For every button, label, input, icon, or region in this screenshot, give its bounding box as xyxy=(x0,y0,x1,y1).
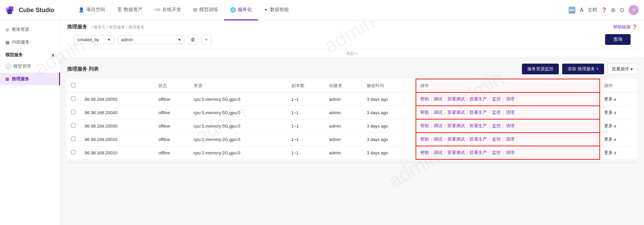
query-button[interactable]: 查询 xyxy=(605,34,631,45)
action-部署测试[interactable]: 部署测试 xyxy=(447,150,465,155)
action-部署测试[interactable]: 部署测试 xyxy=(447,123,465,128)
batch-button[interactable]: 批量操作 ▾ xyxy=(607,63,637,75)
action-调试[interactable]: 调试 xyxy=(434,150,442,155)
action-调试[interactable]: 调试 xyxy=(434,110,442,115)
table-row: .96.98.168:20020offlinecpu:2,memory:2G,g… xyxy=(67,133,637,146)
page-title: 推理服务 xyxy=(67,24,87,30)
action-部署生产[interactable]: 部署生产 xyxy=(470,123,487,128)
action-部署生产[interactable]: 部署生产 xyxy=(470,96,487,101)
page-title-row: 推理服务 / 服务化 / 模型服务 / 推理服务 帮助链接 ❓ xyxy=(67,24,637,30)
sidebar-section-model-service[interactable]: 模型服务 ∧ xyxy=(0,49,60,60)
more-button-2[interactable]: 更多∨ xyxy=(604,123,634,129)
clear-filter-btn[interactable]: 🗑 xyxy=(188,34,198,45)
action-清理[interactable]: 清理 xyxy=(506,110,515,115)
online-dev-icon: </> xyxy=(155,7,160,12)
action-帮助[interactable]: 帮助 xyxy=(420,150,429,155)
action-separator: | xyxy=(443,96,447,101)
sidebar-item-overall-resources[interactable]: ◎ 整体资源 xyxy=(0,23,60,36)
user-initial[interactable]: A xyxy=(580,7,584,14)
action-清理[interactable]: 清理 xyxy=(506,150,515,155)
action-separator: | xyxy=(466,137,469,142)
row-status: offline xyxy=(154,106,189,119)
more-button-4[interactable]: 更多∨ xyxy=(604,150,634,156)
action-调试[interactable]: 调试 xyxy=(434,123,442,128)
main-content: 推理服务 / 服务化 / 模型服务 / 推理服务 帮助链接 ❓ created_… xyxy=(60,20,644,225)
nav-item-project[interactable]: 👤 项目空间 xyxy=(72,0,111,20)
table-header-row: 推理服务 列表 服务资源监控 添加 推理服务 + 批量操作 ▾ xyxy=(67,63,637,75)
settings-icon[interactable]: ⚙ xyxy=(611,7,615,13)
row-resource: cpu:5,memory:5G,gpu:0 xyxy=(190,106,287,119)
sidebar-item-internal-service[interactable]: ▦ 内部服务 xyxy=(0,36,60,49)
avatar[interactable]: A xyxy=(629,5,639,15)
row-replicas: 1~1 xyxy=(287,106,325,119)
action-部署生产[interactable]: 部署生产 xyxy=(470,150,487,155)
nav-item-online-dev[interactable]: </> 在线开发 xyxy=(149,0,187,20)
row-more[interactable]: 更多∨ xyxy=(600,119,638,133)
sidebar-item-inference-service[interactable]: ⊞ 推理服务 xyxy=(0,73,60,85)
action-监控[interactable]: 监控 xyxy=(492,96,501,101)
row-checkbox-1[interactable] xyxy=(71,110,75,114)
action-清理[interactable]: 清理 xyxy=(506,123,515,128)
action-部署测试[interactable]: 部署测试 xyxy=(447,110,465,115)
more-button-0[interactable]: 更多∨ xyxy=(604,96,634,102)
action-部署测试[interactable]: 部署测试 xyxy=(447,96,465,101)
add-button[interactable]: 添加 推理服务 + xyxy=(562,64,604,74)
horizontal-scrollbar[interactable] xyxy=(67,161,637,164)
row-more[interactable]: 更多∨ xyxy=(600,92,638,106)
action-帮助[interactable]: 帮助 xyxy=(420,96,429,101)
row-more[interactable]: 更多∨ xyxy=(600,146,638,159)
action-监控[interactable]: 监控 xyxy=(492,137,501,142)
more-button-3[interactable]: 更多∨ xyxy=(604,136,634,142)
monitor-button[interactable]: 服务资源监控 xyxy=(522,64,559,74)
action-部署生产[interactable]: 部署生产 xyxy=(470,110,487,115)
table-scroll-area: 状态 资源 副本数 创建者 修改时间 操作 操作 .96.98.168:2005… xyxy=(67,79,637,164)
nav-item-data-intelligence[interactable]: ✦ 数据智能 xyxy=(258,0,295,20)
trash-icon: 🗑 xyxy=(191,37,195,42)
action-帮助[interactable]: 帮助 xyxy=(420,137,429,142)
action-调试[interactable]: 调试 xyxy=(434,137,442,142)
logo-icon xyxy=(5,5,16,15)
filter-field-select[interactable]: created_by ▾ xyxy=(74,35,114,44)
action-监控[interactable]: 监控 xyxy=(492,110,501,115)
chevron-up-icon: ∧ xyxy=(51,53,55,58)
select-all-checkbox[interactable] xyxy=(71,83,75,87)
logo[interactable]: Cube Studio xyxy=(5,5,72,15)
sidebar-item-model-manage[interactable]: i 模型管理 xyxy=(0,60,60,73)
row-more[interactable]: 更多∨ xyxy=(600,133,638,146)
translate-btn[interactable]: 🔤 xyxy=(568,6,576,14)
add-filter-btn[interactable]: + xyxy=(201,34,211,45)
action-清理[interactable]: 清理 xyxy=(506,96,515,101)
action-监控[interactable]: 监控 xyxy=(492,150,501,155)
header-checkbox[interactable] xyxy=(67,79,79,92)
action-帮助[interactable]: 帮助 xyxy=(420,110,429,115)
row-checkbox-2[interactable] xyxy=(71,123,75,128)
filter-value-input[interactable]: admin ▾ xyxy=(117,35,184,44)
more-button-1[interactable]: 更多∨ xyxy=(604,109,634,116)
row-replicas: 1~1 xyxy=(287,119,325,133)
row-name: .96.98.168:20010 xyxy=(79,146,154,159)
chevron-down-icon: ∨ xyxy=(613,150,617,155)
row-checkbox-3[interactable] xyxy=(71,137,75,141)
row-more[interactable]: 更多∨ xyxy=(600,106,638,119)
row-checkbox-0[interactable] xyxy=(71,96,75,101)
row-modified: 3 days ago xyxy=(363,92,416,106)
action-部署生产[interactable]: 部署生产 xyxy=(470,137,487,142)
nav-item-model-train[interactable]: ⊞ 模型训练 xyxy=(187,0,224,20)
action-separator: | xyxy=(501,110,505,115)
nav-item-data-assets[interactable]: 🗄 数据资产 xyxy=(111,0,149,20)
help-link[interactable]: 帮助链接 ❓ xyxy=(613,24,637,30)
collapse-bar[interactable]: 收起∧ xyxy=(67,49,637,58)
action-部署测试[interactable]: 部署测试 xyxy=(447,137,465,142)
row-checkbox-4[interactable] xyxy=(71,150,75,154)
help-icon[interactable]: ❓ xyxy=(601,7,607,13)
docs-link[interactable]: 文档 xyxy=(588,7,597,13)
action-清理[interactable]: 清理 xyxy=(506,137,515,142)
nav-item-serving[interactable]: 🌐 服务化 xyxy=(224,0,258,20)
chevron-down-icon-2: ▾ xyxy=(178,37,181,42)
action-调试[interactable]: 调试 xyxy=(434,96,442,101)
github-icon[interactable]: ⊙ xyxy=(620,6,625,14)
row-replicas: 1~1 xyxy=(287,92,325,106)
action-帮助[interactable]: 帮助 xyxy=(420,123,429,128)
overall-resources-icon: ◎ xyxy=(5,27,9,32)
action-监控[interactable]: 监控 xyxy=(492,123,501,128)
